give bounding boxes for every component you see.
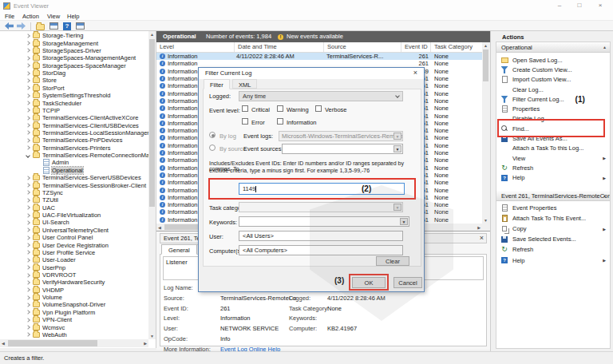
tree-item-volumesnapshot-driver[interactable]: VolumeSnapshot-Driver: [0, 301, 148, 308]
tree-item-terminalservices-clientactivexcore[interactable]: TerminalServices-ClientActiveXCore: [0, 114, 148, 121]
menu-view[interactable]: View: [45, 13, 62, 21]
action-item-refresh[interactable]: ↻Refresh: [496, 163, 610, 172]
action-item-import-custom-view[interactable]: Import Custom View...: [496, 75, 610, 85]
action-item-event-properties[interactable]: Event Properties: [496, 203, 610, 212]
chevron-expanded-icon[interactable]: [26, 153, 30, 158]
action-item-copy[interactable]: Copy▶: [496, 224, 610, 233]
logged-dropdown[interactable]: Any time: [239, 91, 403, 101]
tree-horizontal-scrollbar[interactable]: ◀ ▶: [0, 339, 148, 347]
chevron-collapsed-icon[interactable]: [26, 325, 30, 330]
action-item-view[interactable]: View▶: [496, 153, 610, 163]
action-item-help[interactable]: ?Help▶: [496, 173, 610, 183]
chevron-collapsed-icon[interactable]: [26, 198, 30, 203]
chevron-collapsed-icon[interactable]: [26, 251, 30, 255]
tree-item-terminalservices-localsessionmanager[interactable]: TerminalServices-LocalSessionManager: [0, 129, 148, 136]
chevron-collapsed-icon[interactable]: [26, 123, 30, 128]
action-item-filter-current-log[interactable]: Filter Current Log...(1): [496, 94, 610, 104]
tree-item-vdrvroot[interactable]: VDRVROOT: [0, 271, 148, 279]
chevron-collapsed-icon[interactable]: [26, 235, 30, 240]
chevron-collapsed-icon[interactable]: [26, 176, 30, 180]
table-row[interactable]: iInformation4/11/2022 8:28:46 AMTerminal…: [156, 53, 482, 60]
tree-item-user-control-panel[interactable]: User Control Panel: [0, 234, 148, 241]
event-sources-dropdown[interactable]: ▼: [282, 144, 403, 154]
maximize-button[interactable]: □: [572, 1, 587, 10]
chevron-collapsed-icon[interactable]: [26, 41, 30, 46]
action-item-clear-log[interactable]: Clear Log...: [496, 85, 610, 94]
collapse-arrow-icon[interactable]: ▴: [603, 42, 606, 53]
console-window-icon-2[interactable]: [76, 22, 85, 30]
tree-item-volume[interactable]: Volume: [0, 294, 148, 301]
chevron-collapsed-icon[interactable]: [26, 34, 30, 38]
tree-item-tzutil[interactable]: TZUtil: [0, 196, 148, 204]
tree-item-storagespaces-driver[interactable]: StorageSpaces-Driver: [0, 47, 148, 54]
chevron-collapsed-icon[interactable]: [26, 183, 30, 188]
chevron-collapsed-icon[interactable]: [26, 287, 30, 292]
tree-item-universaltelemetryclient[interactable]: UniversalTelemetryClient: [0, 227, 148, 234]
chevron-collapsed-icon[interactable]: [26, 228, 30, 232]
list-vertical-scrollbar[interactable]: ▲ ▼: [482, 42, 489, 224]
chevron-collapsed-icon[interactable]: [26, 116, 30, 121]
chevron-collapsed-icon[interactable]: [26, 303, 30, 307]
event-logs-dropdown[interactable]: Microsoft-Windows-TerminalServices-Remot…: [279, 131, 403, 141]
tree-item-terminalservices-sessionbroker-client[interactable]: TerminalServices-SessionBroker-Client: [0, 181, 148, 188]
tree-item-terminalservices-pnpdevices[interactable]: TerminalServices-PnPDevices: [0, 136, 148, 144]
user-input[interactable]: <All Users>: [239, 231, 403, 241]
tree-item-storagespaces-spacemanager[interactable]: StorageSpaces-SpaceManager: [0, 61, 148, 69]
chevron-collapsed-icon[interactable]: [26, 311, 30, 315]
actions-section-header[interactable]: Event 261, TerminalServices-RemoteConn..…: [496, 191, 610, 201]
tree-item-verifyhardwaresecurity[interactable]: VerifyHardwareSecurity: [0, 279, 148, 286]
show-console-tree-icon[interactable]: [36, 24, 45, 30]
radio-by-log[interactable]: [209, 132, 216, 138]
action-item-create-custom-view[interactable]: Create Custom View...: [496, 65, 610, 74]
tree-item-uac-filevirtualization[interactable]: UAC-FileVirtualization: [0, 212, 148, 219]
action-item-open-saved-log[interactable]: Open Saved Log...: [496, 55, 610, 65]
tree-item-taskscheduler[interactable]: TaskScheduler: [0, 99, 148, 106]
tree-item-user-loader[interactable]: User-Loader: [0, 256, 148, 263]
tree-item-webauth[interactable]: WebAuth: [0, 331, 148, 338]
chevron-collapsed-icon[interactable]: [26, 191, 30, 196]
tree-item-admin[interactable]: Admin: [0, 159, 148, 166]
checkbox-error[interactable]: [242, 118, 248, 125]
tree-item-ui-search[interactable]: UI-Search: [0, 219, 148, 226]
chevron-collapsed-icon[interactable]: [26, 63, 30, 68]
cancel-button[interactable]: Cancel: [394, 277, 422, 288]
collapse-arrow-icon[interactable]: ▴: [603, 191, 606, 201]
column-event-id[interactable]: Event ID: [401, 42, 431, 52]
checkbox-critical[interactable]: [242, 105, 248, 112]
chevron-collapsed-icon[interactable]: [26, 109, 30, 113]
action-item-save-selected-events[interactable]: Save Selected Events...: [496, 235, 610, 244]
tree-item-vhdmp[interactable]: VHDMP: [0, 287, 148, 294]
menu-help[interactable]: Help: [65, 13, 81, 21]
tree-item-user-device-registration[interactable]: User Device Registration: [0, 241, 148, 248]
action-item-attach-a-task-to-this-log[interactable]: Attach a Task To this Log...: [496, 144, 610, 153]
chevron-collapsed-icon[interactable]: [26, 318, 30, 322]
chevron-collapsed-icon[interactable]: [26, 101, 30, 105]
menu-file[interactable]: File: [2, 13, 17, 21]
close-button[interactable]: ×: [593, 1, 607, 10]
details-close-icon[interactable]: ×: [480, 234, 484, 242]
chevron-collapsed-icon[interactable]: [26, 265, 30, 270]
tree-item-terminalservices-remoteconnectionmanager[interactable]: TerminalServices-RemoteConnectionManager: [0, 152, 148, 159]
back-arrow-icon[interactable]: [5, 22, 14, 30]
tree-item-storagespaces-managementagent[interactable]: StorageSpaces-ManagementAgent: [0, 54, 148, 61]
action-item-help[interactable]: ?Help▶: [496, 255, 610, 265]
keywords-dropdown[interactable]: ▼: [239, 216, 409, 227]
tree-item-storport[interactable]: StorPort: [0, 85, 148, 92]
tree-item-tcpip[interactable]: TCPIP: [0, 107, 148, 114]
tree-item-store[interactable]: Store: [0, 77, 148, 84]
actions-section-header[interactable]: Operational▴: [496, 42, 610, 53]
checkbox-verbose[interactable]: [315, 105, 322, 112]
tree-item-storagemanagement[interactable]: StorageManagement: [0, 39, 148, 46]
tree-item-systemsettingsthreshold[interactable]: SystemSettingsThreshold: [0, 92, 148, 99]
chevron-collapsed-icon[interactable]: [26, 273, 30, 278]
column-source[interactable]: Source: [324, 42, 401, 52]
chevron-collapsed-icon[interactable]: [26, 138, 30, 143]
console-window-icon[interactable]: [49, 22, 58, 30]
dialog-tab-filter[interactable]: Filter: [204, 79, 230, 89]
chevron-collapsed-icon[interactable]: [26, 85, 30, 90]
radio-by-source[interactable]: [209, 144, 216, 151]
chevron-collapsed-icon[interactable]: [26, 205, 30, 210]
tree-item-storage-tiering[interactable]: Storage-Tiering: [0, 32, 148, 39]
tab-general[interactable]: General: [161, 244, 197, 255]
chevron-collapsed-icon[interactable]: [26, 295, 30, 300]
